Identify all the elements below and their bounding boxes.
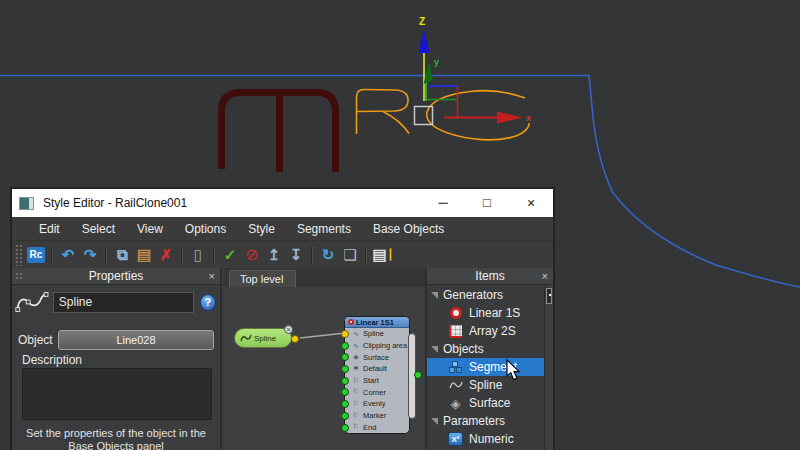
linear-generator-node[interactable]: Linear 1S1 ∿Spline ∿Clipping area ◈Surfa… — [344, 316, 410, 434]
description-field[interactable] — [22, 368, 212, 420]
input-row-end[interactable]: ⚐End — [345, 422, 409, 434]
disable-icon[interactable]: ⊘ — [241, 244, 263, 266]
input-row-surface[interactable]: ◈Surface — [345, 351, 409, 363]
toolbar-drag-handle[interactable] — [15, 244, 22, 266]
help-icon[interactable]: ? — [200, 294, 216, 311]
spline-type-icon — [14, 289, 50, 315]
menu-options[interactable]: Options — [174, 222, 237, 236]
tree-group-objects[interactable]: Objects — [427, 340, 544, 358]
scrollbar-thumb[interactable] — [546, 288, 552, 304]
tree-item-surface[interactable]: ◈Surface — [427, 394, 544, 412]
input-row-clipping-area[interactable]: ∿Clipping area — [345, 340, 409, 352]
svg-text:x: x — [525, 113, 532, 123]
copy-icon[interactable]: ⧉ — [111, 244, 133, 266]
expander-icon[interactable] — [431, 292, 438, 299]
window-title: Style Editor - RailClone001 — [43, 196, 187, 210]
toolbar-separator — [311, 246, 313, 264]
menubar: Edit Select View Options Style Segments … — [12, 217, 553, 240]
generator-title: Linear 1S1 — [356, 318, 394, 327]
properties-close-icon[interactable]: × — [209, 268, 215, 285]
object-picker-button[interactable]: Line028 — [58, 330, 214, 350]
titlebar[interactable]: Style Editor - RailClone001 ─ □ × — [12, 189, 553, 217]
tree-item-linear-1s[interactable]: Linear 1S — [427, 304, 544, 322]
tree-item-numeric[interactable]: X²Numeric — [427, 430, 544, 448]
redo-icon[interactable]: ↷ — [79, 244, 101, 266]
linear-1s-icon — [447, 307, 464, 319]
input-port[interactable] — [341, 388, 349, 396]
tree-item-array-2s[interactable]: Array 2S — [427, 322, 544, 340]
items-panel: Items × Generators Linear 1S Array 2S Ob… — [425, 268, 553, 450]
properties-panel-header[interactable]: Properties × — [12, 268, 220, 285]
input-port[interactable] — [341, 424, 349, 432]
input-port[interactable] — [341, 342, 349, 350]
toolbar: Rc ↶ ↷ ⧉ ▤ ✗ ▯ ✓ ⊘ ↥ ↧ ↻ ❏ ▤ — [12, 240, 553, 268]
input-row-default[interactable]: ⚑Default — [345, 363, 409, 375]
generator-header: Linear 1S1 — [345, 317, 409, 328]
object-name-input[interactable] — [53, 292, 194, 313]
toolbar-separator — [213, 246, 215, 264]
segment-icon — [447, 361, 464, 374]
minimize-button[interactable]: ─ — [421, 189, 465, 217]
rail-spline-path — [222, 93, 336, 173]
input-port[interactable] — [341, 377, 349, 385]
items-panel-header[interactable]: Items × — [427, 268, 553, 285]
delete-icon[interactable]: ✗ — [155, 244, 177, 266]
generator-output-port[interactable] — [414, 371, 422, 379]
input-port[interactable] — [341, 353, 349, 361]
panel-drag-dots[interactable] — [15, 272, 23, 281]
refresh-icon[interactable]: ↻ — [317, 244, 339, 266]
input-port[interactable] — [341, 365, 349, 373]
items-close-icon[interactable]: × — [542, 268, 548, 285]
menu-view[interactable]: View — [126, 222, 174, 236]
validate-icon[interactable]: ✓ — [219, 244, 241, 266]
menu-segments[interactable]: Segments — [286, 222, 362, 236]
input-row-evenly[interactable]: ⚐Evenly — [345, 398, 409, 410]
menu-edit[interactable]: Edit — [28, 222, 71, 236]
node-editor-panel: Top level Spline × Linear — [224, 268, 425, 450]
maximize-button[interactable]: □ — [465, 189, 509, 217]
spline-item-icon — [447, 380, 464, 390]
input-row-start[interactable]: ⚐Start — [345, 375, 409, 387]
input-row-marker[interactable]: ⚐Marker — [345, 410, 409, 422]
input-port[interactable] — [341, 412, 349, 420]
input-port[interactable] — [341, 330, 349, 338]
menu-select[interactable]: Select — [71, 222, 126, 236]
tree-group-generators[interactable]: Generators — [427, 286, 544, 304]
max-viewport-screen: Z y x Style Editor - RailClone001 ─ □ × … — [0, 0, 800, 450]
tree-group-parameters[interactable]: Parameters — [427, 412, 544, 430]
menu-style[interactable]: Style — [237, 222, 286, 236]
expander-icon[interactable] — [431, 418, 438, 425]
notes-icon[interactable]: ▤ — [371, 244, 393, 266]
node-editor-tabstrip: Top level — [224, 268, 425, 287]
export-icon[interactable]: ❏ — [339, 244, 361, 266]
toolbar-separator — [181, 246, 183, 264]
array-2s-icon — [447, 325, 464, 338]
close-button[interactable]: × — [509, 189, 553, 217]
toolbar-separator — [105, 246, 107, 264]
pencil-icon — [389, 248, 392, 261]
spline-node-label: Spline — [254, 334, 276, 343]
spline-output-port[interactable] — [291, 335, 299, 343]
input-row-corner[interactable]: ⚐Corner — [345, 386, 409, 398]
tree-item-spline[interactable]: Spline — [427, 376, 544, 394]
node-canvas[interactable]: Spline × Linear 1S1 ∿Spline ∿Clipping ar… — [224, 287, 425, 450]
collapse-icon[interactable]: ↥ — [263, 244, 285, 266]
svg-text:y: y — [434, 57, 439, 67]
remove-node-badge[interactable]: × — [284, 325, 293, 334]
undo-icon[interactable]: ↶ — [57, 244, 79, 266]
spline-node[interactable]: Spline × — [234, 328, 292, 348]
tree-item-segment[interactable]: Segment — [427, 358, 544, 376]
items-panel-title: Items — [475, 269, 504, 283]
input-row-spline[interactable]: ∿Spline — [345, 328, 409, 340]
expand-icon[interactable]: ↧ — [285, 244, 307, 266]
description-label: Description — [22, 353, 82, 367]
items-scrollbar[interactable] — [544, 286, 553, 450]
input-port[interactable] — [341, 400, 349, 408]
railclone-logo-icon[interactable]: Rc — [25, 244, 47, 266]
paste-icon[interactable]: ▤ — [133, 244, 155, 266]
toolbar-separator — [51, 246, 53, 264]
purge-icon[interactable]: ▯ — [187, 244, 209, 266]
expander-icon[interactable] — [431, 346, 438, 353]
menu-base-objects[interactable]: Base Objects — [362, 222, 455, 236]
tab-top-level[interactable]: Top level — [229, 270, 296, 287]
